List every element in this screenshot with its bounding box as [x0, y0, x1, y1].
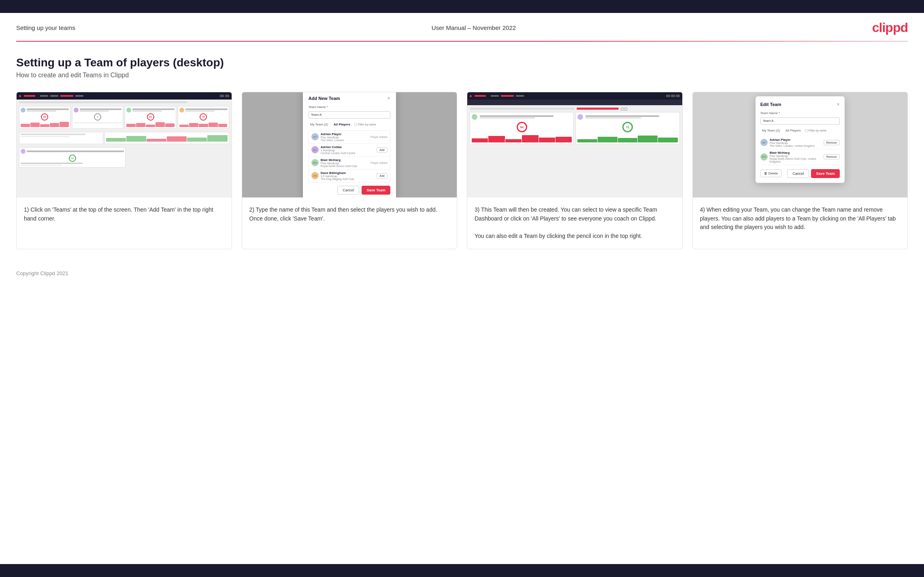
score-84: 84	[41, 113, 48, 121]
player-card-bottom: 72	[19, 147, 126, 168]
player-sub-2	[80, 110, 109, 112]
td-player-name-2	[585, 115, 659, 117]
icon	[624, 108, 627, 110]
cards-grid: 84	[16, 92, 908, 249]
td-player-top-2	[577, 114, 677, 120]
td-player-info-1	[480, 115, 572, 119]
header: Setting up your teams User Manual – Nove…	[0, 13, 924, 41]
player-card-3: 94	[125, 106, 176, 129]
edit-avatar-2: BM	[760, 153, 768, 161]
td-score-94: 94	[517, 122, 527, 132]
td-player-name-1	[480, 115, 554, 117]
card-1-text: 1) Click on 'Teams' at the top of the sc…	[17, 197, 232, 249]
score-94: 94	[147, 113, 154, 121]
nav-item	[40, 95, 48, 97]
filter-row	[470, 108, 680, 110]
modal-close-icon[interactable]: ×	[387, 95, 390, 101]
edit-player-1: AP Adrian Player Plus Handicap The Shire…	[760, 136, 840, 149]
avatar-3	[126, 108, 131, 112]
team-name-input[interactable]	[309, 111, 390, 119]
score-container-1: 94	[472, 121, 572, 133]
remove-player-btn-2[interactable]: Remove	[824, 154, 840, 159]
save-team-button[interactable]: Save Team	[362, 186, 390, 195]
edit-player-detail-1: Plus Handicap	[770, 142, 822, 144]
cancel-button[interactable]: Cancel	[337, 186, 359, 195]
icon	[666, 95, 670, 97]
td-player-sub-1	[480, 117, 535, 119]
topbar-brand	[24, 95, 35, 97]
bars-4	[179, 121, 228, 127]
edit-cancel-button[interactable]: Cancel	[787, 169, 809, 178]
player-location-4: The Dog Maging Golf Club	[321, 178, 375, 180]
bar	[505, 139, 522, 142]
add-player-btn-4[interactable]: Add	[377, 173, 387, 178]
icon	[676, 95, 680, 97]
players-row: 94	[470, 112, 680, 144]
td-player-info-2	[585, 115, 677, 119]
detail-card	[19, 132, 103, 144]
bars-3	[126, 121, 175, 127]
edit-modal-header: Edit Team ×	[760, 101, 840, 107]
main-content: Setting up a Team of players (desktop) H…	[0, 42, 924, 249]
mid-row	[19, 132, 229, 144]
topbar-dot	[470, 95, 472, 97]
player-name-3: Blair McHarg	[321, 158, 368, 162]
page-title: Setting up a Team of players (desktop)	[16, 56, 908, 69]
trash-icon: 🗑	[764, 172, 767, 175]
filter-checkbox[interactable]	[354, 123, 357, 126]
bar	[126, 124, 136, 127]
bottom-player-row: 72	[19, 147, 229, 168]
stats-card	[104, 132, 229, 144]
bar	[179, 125, 189, 127]
icon	[621, 108, 624, 110]
bar	[21, 124, 30, 127]
line	[21, 165, 62, 166]
td-bars-1	[472, 134, 572, 142]
card-1: 84	[16, 92, 232, 249]
card-3-text: 3) This Team will then be created. You c…	[467, 197, 682, 249]
topbar-logo-dot	[19, 95, 21, 97]
card-1-screenshot: 84	[17, 92, 232, 197]
bar	[106, 138, 126, 142]
card-2-description: 2) Type the name of this Team and then s…	[249, 206, 437, 222]
clippd-logo: clippd	[872, 20, 908, 35]
player-item-3: BM Blair McHarg Plus Handicap Royal Nort…	[309, 157, 390, 170]
edit-player-loc-1: The Shire, London, United Kingdom	[770, 144, 822, 147]
player-card-1: 84	[19, 106, 70, 129]
save-team-button-edit[interactable]: Save Team	[811, 169, 839, 178]
remove-player-btn-1[interactable]: Remove	[824, 140, 840, 145]
player-item-1: AP Adrian Player Plus Handicap The Shire…	[309, 131, 390, 144]
card-3: 94	[467, 92, 683, 249]
bar	[207, 135, 227, 142]
topbar-actions	[220, 95, 229, 97]
detail-line	[21, 134, 85, 135]
edit-modal-close-icon[interactable]: ×	[837, 101, 840, 107]
delete-team-button[interactable]: 🗑 Delete	[760, 170, 781, 177]
avatar-1	[21, 108, 26, 112]
player-status-1: Player Added	[370, 136, 387, 138]
card-2: Add New Team × Team Name * My Team (2) A…	[242, 92, 458, 249]
player-avatar-2: AC	[311, 146, 319, 153]
edit-team-name-input[interactable]	[760, 117, 840, 125]
stats-bars	[106, 134, 228, 142]
edit-tab-all-players[interactable]: All Players	[784, 128, 803, 133]
modal-background: Add New Team × Team Name * My Team (2) A…	[242, 92, 457, 197]
bar	[60, 122, 69, 127]
player-avatar-3: BM	[311, 159, 319, 166]
tab-my-team[interactable]: My Team (2)	[309, 122, 330, 127]
tab-all-players[interactable]: All Players	[332, 122, 352, 127]
team-name-label: Team Name *	[309, 105, 390, 109]
brand	[475, 95, 486, 97]
edit-modal-tabs: My Team (2) All Players Filter by name	[760, 128, 840, 133]
player-name-4: Dave Billingham	[321, 171, 375, 175]
td-avatar-1	[472, 114, 477, 120]
player-name-5	[27, 151, 124, 152]
edit-filter-checkbox[interactable]	[805, 129, 808, 132]
topbar-action	[220, 95, 224, 97]
add-player-btn-2[interactable]: Add	[377, 147, 387, 153]
edit-player-2: BM Blair McHarg Plus Handicap Royal Nort…	[760, 149, 840, 165]
td-nav	[467, 100, 682, 105]
edit-tab-my-team[interactable]: My Team (2)	[760, 128, 781, 133]
edit-player-loc-2: Royal North Devon Golf Club, United King…	[770, 157, 822, 163]
bar	[539, 138, 555, 142]
